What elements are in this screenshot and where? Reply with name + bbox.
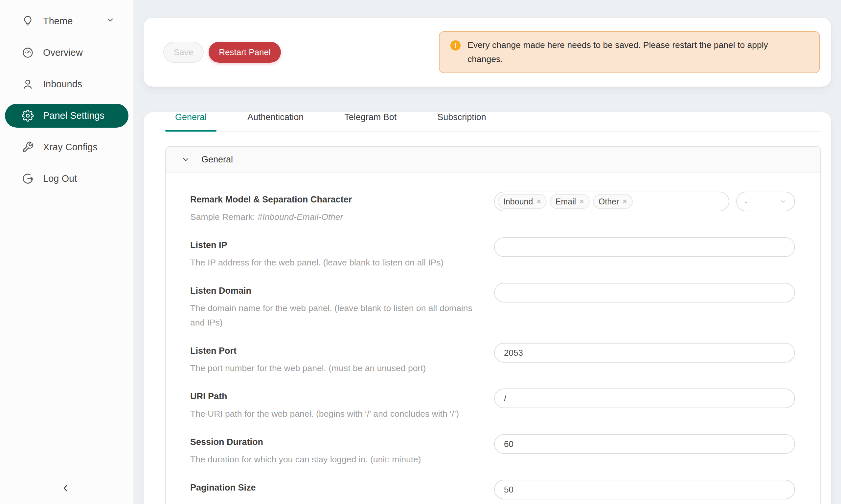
lightbulb-icon — [22, 15, 34, 27]
general-collapse-header[interactable]: General — [166, 147, 820, 173]
user-icon — [22, 78, 34, 90]
general-settings-form: Remark Model & Separation Character Samp… — [166, 173, 820, 504]
form-row-listen-port: Listen Port The port number for the web … — [190, 343, 795, 375]
alert-message: Every change made here needs to be saved… — [467, 38, 793, 66]
tag-inbound: Inbound × — [498, 194, 547, 209]
tag-email: Email × — [550, 194, 590, 209]
session-duration-input[interactable] — [494, 434, 795, 454]
uri-path-input[interactable] — [494, 389, 795, 408]
listen-ip-description: The IP address for the web panel. (leave… — [190, 255, 478, 270]
save-button[interactable]: Save — [163, 42, 204, 63]
form-row-remark-model: Remark Model & Separation Character Samp… — [190, 192, 795, 224]
sidebar-item-inbounds[interactable]: Inbounds — [5, 72, 128, 96]
sidebar-item-panel-settings[interactable]: Panel Settings — [5, 104, 128, 128]
tab-general[interactable]: General — [165, 112, 217, 131]
listen-port-description: The port number for the web panel. (must… — [190, 361, 478, 375]
chevron-down-icon — [779, 198, 787, 205]
form-row-listen-domain: Listen Domain The domain name for the we… — [190, 283, 795, 330]
restart-warning-alert: ! Every change made here needs to be sav… — [439, 31, 820, 73]
remove-tag-icon[interactable]: × — [622, 198, 627, 205]
form-row-session-duration: Session Duration The duration for which … — [190, 434, 795, 467]
sidebar-item-label: Inbounds — [43, 79, 82, 90]
listen-domain-input[interactable] — [494, 283, 795, 303]
restart-panel-button[interactable]: Restart Panel — [209, 42, 281, 63]
listen-ip-input[interactable] — [494, 237, 795, 257]
listen-ip-label: Listen IP — [190, 238, 478, 252]
sidebar-item-label: Xray Configs — [43, 142, 98, 152]
sidebar: Theme Overview Inbounds Panel Settings X… — [0, 0, 133, 504]
pagination-size-label: Pagination Size — [190, 480, 478, 495]
general-collapse-panel: General Remark Model & Separation Charac… — [165, 146, 821, 504]
form-row-listen-ip: Listen IP The IP address for the web pan… — [190, 237, 795, 270]
listen-port-input[interactable] — [494, 343, 795, 363]
settings-tabs: General Authentication Telegram Bot Subs… — [165, 112, 821, 131]
gauge-icon — [22, 47, 34, 59]
sidebar-item-label: Theme — [43, 16, 73, 26]
settings-card: General Authentication Telegram Bot Subs… — [143, 112, 831, 504]
remark-model-tag-select[interactable]: Inbound × Email × Other × — [494, 192, 729, 211]
form-row-pagination-size: Pagination Size — [190, 480, 795, 499]
tab-telegram-bot[interactable]: Telegram Bot — [334, 112, 406, 131]
separation-character-select[interactable]: - — [736, 192, 795, 211]
listen-domain-description: The domain name for the web panel. (leav… — [190, 301, 478, 330]
chevron-down-icon — [181, 155, 190, 164]
remove-tag-icon[interactable]: × — [580, 198, 584, 205]
remark-model-label: Remark Model & Separation Character — [190, 192, 478, 207]
chevron-left-icon — [61, 483, 71, 493]
remove-tag-icon[interactable]: × — [536, 198, 541, 205]
form-row-uri-path: URI Path The URI path for the web panel.… — [190, 389, 795, 421]
tag-other: Other × — [593, 194, 633, 209]
pagination-size-input[interactable] — [494, 480, 795, 499]
sample-remark-value: #Inbound-Email-Other — [258, 212, 343, 222]
sidebar-item-label: Panel Settings — [43, 110, 104, 121]
logout-icon — [22, 173, 34, 185]
main-content: Save Restart Panel ! Every change made h… — [133, 0, 841, 504]
sidebar-item-label: Log Out — [43, 173, 77, 184]
collapse-title: General — [201, 155, 233, 165]
listen-domain-label: Listen Domain — [190, 284, 478, 298]
sidebar-item-theme[interactable]: Theme — [5, 9, 128, 33]
sidebar-item-label: Overview — [43, 47, 83, 58]
gear-icon — [22, 110, 34, 122]
remark-model-description: Sample Remark: #Inbound-Email-Other — [190, 210, 478, 224]
sidebar-item-log-out[interactable]: Log Out — [5, 167, 128, 191]
tab-authentication[interactable]: Authentication — [238, 112, 313, 131]
tab-subscription[interactable]: Subscription — [427, 112, 496, 131]
uri-path-description: The URI path for the web panel. (begins … — [190, 407, 478, 421]
wrench-icon — [22, 141, 34, 153]
uri-path-label: URI Path — [190, 389, 478, 403]
session-duration-label: Session Duration — [190, 435, 478, 449]
sidebar-item-xray-configs[interactable]: Xray Configs — [5, 135, 128, 159]
separation-character-value: - — [745, 197, 748, 207]
sidebar-collapse-button[interactable] — [58, 481, 73, 496]
listen-port-label: Listen Port — [190, 344, 478, 358]
toolbar-card: Save Restart Panel ! Every change made h… — [143, 18, 831, 87]
warning-icon: ! — [450, 40, 461, 51]
session-duration-description: The duration for which you can stay logg… — [190, 452, 478, 467]
sidebar-item-overview[interactable]: Overview — [5, 41, 128, 65]
chevron-down-icon — [106, 16, 115, 26]
